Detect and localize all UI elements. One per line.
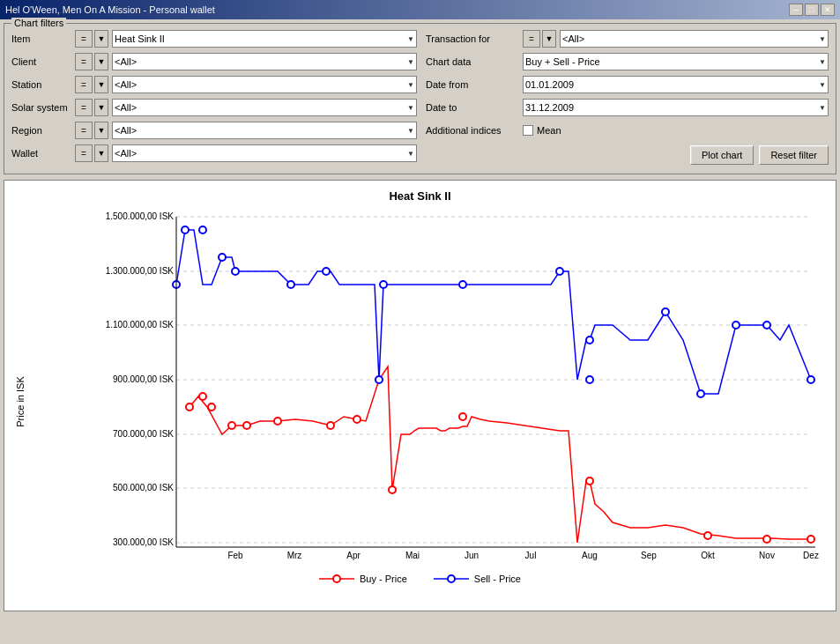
region-dd-button[interactable]: ▼ [94,122,108,139]
station-filter-row: Station = ▼ <All> ▼ [11,75,417,94]
item-arrow-icon: ▼ [407,35,414,43]
date-from-filter-row: Date from 01.01.2009 ▼ [426,75,829,94]
buy-dot [199,393,206,400]
sell-dot [459,281,466,288]
buy-dot [586,477,593,485]
buy-price-line [190,366,811,543]
chart-svg: Price in ISK 300.000,00 ISK 500.000,00 I… [13,208,824,569]
buy-dot [459,413,466,420]
svg-text:500.000,00 ISK: 500.000,00 ISK [113,483,174,492]
transaction-dd-button[interactable]: ▼ [542,30,556,48]
date-from-label: Date from [426,79,523,90]
mean-checkbox[interactable] [523,125,533,136]
sell-legend-line-svg [434,573,469,585]
chart-filters-panel: Chart filters Item = ▼ Heat Sink II ▼ Cl… [4,23,836,174]
solar-dd-button[interactable]: ▼ [94,99,108,116]
chart-area: Heat Sink II Price in ISK 300.000,00 ISK… [4,180,836,611]
client-eq-button[interactable]: = [75,53,93,70]
item-dd-button[interactable]: ▼ [94,30,108,48]
svg-text:1.300.000,00 ISK: 1.300.000,00 ISK [106,266,175,276]
solar-value: <All> [115,102,137,113]
svg-text:Feb: Feb [227,551,243,560]
sell-dot [232,268,239,275]
buy-dot [389,486,396,493]
maximize-button[interactable]: □ [805,4,819,16]
date-to-select[interactable]: 31.12.2009 ▼ [523,99,829,116]
item-select[interactable]: Heat Sink II ▼ [112,30,417,48]
svg-text:300.000,00 ISK: 300.000,00 ISK [113,537,174,547]
wallet-dd-button[interactable]: ▼ [94,144,108,162]
sell-dot [586,376,593,383]
svg-point-31 [448,575,455,582]
buy-dot [243,422,250,429]
transaction-eq-button[interactable]: = [523,30,540,48]
buy-dot [228,422,235,429]
buy-legend-item: Buy - Price [319,573,407,585]
station-eq-button[interactable]: = [75,76,93,93]
date-from-select[interactable]: 01.01.2009 ▼ [523,76,829,93]
date-from-arrow-icon: ▼ [819,81,826,89]
client-label: Client [11,56,75,67]
solar-filter-row: Solar system = ▼ <All> ▼ [11,98,417,117]
filters-left: Item = ▼ Heat Sink II ▼ Client = ▼ <All>… [11,29,417,167]
svg-text:Jun: Jun [465,551,479,560]
minimize-button[interactable]: ─ [789,4,803,16]
svg-text:Mai: Mai [405,551,420,560]
client-filter-row: Client = ▼ <All> ▼ [11,52,417,71]
sell-legend-label: Sell - Price [474,574,521,584]
chart-data-select[interactable]: Buy + Sell - Price ▼ [523,53,829,70]
transaction-value: <All> [562,33,584,44]
buy-dot [208,403,215,411]
sell-dot [763,322,770,329]
chart-data-arrow-icon: ▼ [819,58,826,66]
sell-price-line [176,230,811,394]
buy-dot [353,416,361,423]
plot-chart-button[interactable]: Plot chart [690,145,754,165]
svg-text:900.000,00 ISK: 900.000,00 ISK [113,374,174,384]
sell-dot [287,281,294,288]
sell-dot [199,226,206,233]
additional-label: Additional indices [426,125,523,136]
solar-eq-button[interactable]: = [75,99,93,116]
svg-text:Dez: Dez [803,551,819,560]
station-dd-button[interactable]: ▼ [94,76,108,93]
sell-dot [182,226,189,233]
solar-select[interactable]: <All> ▼ [112,99,417,116]
buy-dot [763,536,770,543]
svg-text:1.100.000,00 ISK: 1.100.000,00 ISK [106,320,175,329]
solar-label: Solar system [11,102,75,113]
transaction-select[interactable]: <All> ▼ [560,30,829,48]
transaction-label: Transaction for [426,33,523,44]
buy-dot [186,403,193,411]
sell-dot [586,337,593,344]
station-value: <All> [115,79,137,90]
svg-text:700.000,00 ISK: 700.000,00 ISK [113,429,174,439]
region-eq-button[interactable]: = [75,122,93,139]
client-select[interactable]: <All> ▼ [112,53,417,70]
sell-dot [556,268,563,275]
svg-text:Jul: Jul [525,551,537,560]
client-arrow-icon: ▼ [407,58,414,66]
client-dd-button[interactable]: ▼ [94,53,108,70]
close-button[interactable]: ✕ [821,4,835,16]
svg-text:Okt: Okt [701,551,715,560]
wallet-eq-button[interactable]: = [75,144,93,162]
station-select[interactable]: <All> ▼ [112,76,417,93]
svg-text:Apr: Apr [346,551,361,560]
sell-dot [375,376,383,383]
sell-dot [807,376,814,383]
chart-data-value: Buy + Sell - Price [525,56,600,67]
chart-data-label: Chart data [426,56,523,67]
reset-filter-button[interactable]: Reset filter [759,145,829,165]
sell-dot [219,254,226,261]
date-to-label: Date to [426,102,523,113]
date-from-value: 01.01.2009 [525,79,574,90]
wallet-select[interactable]: <All> ▼ [112,144,417,162]
svg-text:Sep: Sep [641,551,657,560]
sell-dot [732,322,740,329]
sell-dot [380,281,387,288]
item-eq-button[interactable]: = [75,30,93,48]
mean-checkbox-row: Mean [523,125,561,136]
region-select[interactable]: <All> ▼ [112,122,417,139]
item-filter-row: Item = ▼ Heat Sink II ▼ [11,29,417,48]
